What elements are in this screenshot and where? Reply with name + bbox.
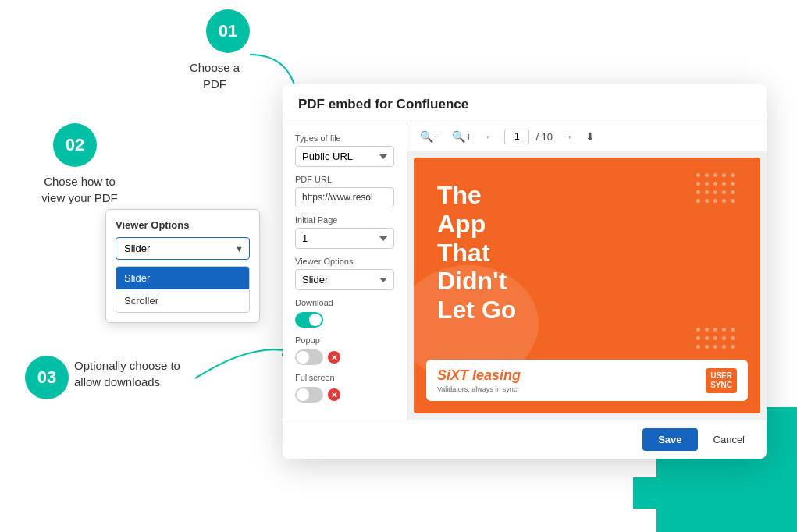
page-number-input[interactable] [504,129,529,144]
download-toggle[interactable] [295,312,323,328]
pdf-toolbar: 🔍− 🔍+ ← / 10 → ⬇ [407,122,767,151]
main-modal: PDF embed for Confluence Types of file P… [283,84,767,459]
pdf-image-container: The App That Didn't Let Go [414,158,760,413]
fullscreen-toggle-x: ✕ [328,388,340,401]
viewer-options-dropdown: Slider Scroller [116,266,250,313]
types-of-file-label: Types of file [295,133,394,143]
initial-page-group: Initial Page 1 [295,215,394,249]
types-of-file-group: Types of file Public URL [295,133,394,167]
popup-toggle[interactable] [295,349,323,365]
viewer-option-scroller[interactable]: Scroller [116,289,249,312]
viewer-options-card: Viewer Options Slider ▼ Slider Scroller [105,209,260,323]
sixt-leasing-name: SiXT leasing [437,367,521,384]
download-pdf-button[interactable]: ⬇ [582,129,598,144]
fullscreen-toggle[interactable] [295,387,323,403]
pdf-url-label: PDF URL [295,175,394,184]
next-page-button[interactable]: → [559,129,576,144]
teal-corner-small-decoration [633,477,664,509]
sixt-sub-text: Validators, always in sync! [437,385,521,393]
step-2-circle: 02 [53,123,97,167]
viewer-options-group: Viewer Options Slider [295,257,394,290]
fullscreen-label: Fullscreen [295,373,394,382]
sixt-leasing-info: SiXT leasing Validators, always in sync! [437,367,521,393]
prev-page-button[interactable]: ← [481,129,498,144]
fullscreen-group: Fullscreen ✕ [295,373,394,403]
modal-footer: Save Cancel [283,420,767,459]
viewer-options-card-title: Viewer Options [116,219,250,231]
fullscreen-toggle-row: ✕ [295,387,394,403]
popup-toggle-row: ✕ [295,349,394,365]
modal-body: Types of file Public URL PDF URL Initial… [283,122,767,420]
zoom-out-button[interactable]: 🔍− [417,129,443,144]
popup-label: Popup [295,335,394,345]
download-group: Download [295,298,394,328]
viewer-options-label: Viewer Options [295,257,394,266]
pdf-url-input[interactable] [295,187,394,207]
modal-title: PDF embed for Confluence [298,97,468,112]
types-of-file-select[interactable]: Public URL [295,146,394,167]
step-2-label: Chose how toview your PDF [25,173,134,206]
popup-group: Popup ✕ [295,335,394,365]
download-label: Download [295,298,394,307]
fullscreen-toggle-knob [297,388,309,401]
viewer-option-slider[interactable]: Slider [116,267,249,289]
viewer-options-select-wrapper: Slider ▼ [116,237,250,260]
popup-toggle-x: ✕ [328,351,340,364]
cancel-button[interactable]: Cancel [704,428,754,451]
initial-page-label: Initial Page [295,215,394,225]
popup-toggle-knob [297,351,309,364]
zoom-in-button[interactable]: 🔍+ [449,129,475,144]
pdf-url-group: PDF URL [295,175,394,207]
pdf-dots-top [696,173,737,205]
pdf-bottom-card: SiXT leasing Validators, always in sync!… [426,360,748,401]
step-3-circle: 03 [25,356,69,399]
usersync-badge: USER SYNC [706,368,737,393]
initial-page-select[interactable]: 1 [295,228,394,249]
viewer-options-card-select[interactable]: Slider [116,237,250,260]
download-toggle-row [295,312,394,328]
viewer-options-select[interactable]: Slider [295,269,394,290]
download-toggle-knob [309,314,322,326]
modal-header: PDF embed for Confluence [283,84,767,122]
save-button[interactable]: Save [642,428,697,451]
left-panel: Types of file Public URL PDF URL Initial… [283,122,407,420]
page-total: / 10 [535,131,553,143]
pdf-dots-bottom [696,328,737,351]
right-panel: 🔍− 🔍+ ← / 10 → ⬇ [407,122,767,420]
pdf-preview: The App That Didn't Let Go [407,151,767,420]
